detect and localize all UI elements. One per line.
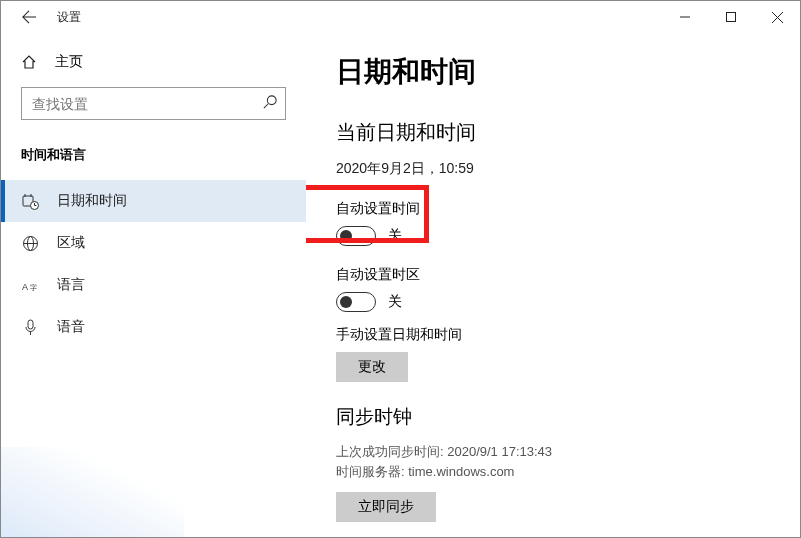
sidebar-group-title: 时间和语言 (1, 136, 306, 180)
page-title: 日期和时间 (336, 53, 770, 91)
change-button[interactable]: 更改 (336, 352, 408, 382)
minimize-button[interactable] (662, 1, 708, 33)
svg-rect-1 (727, 13, 736, 22)
sync-now-button[interactable]: 立即同步 (336, 492, 436, 522)
back-button[interactable] (13, 1, 45, 33)
window-title: 设置 (57, 9, 81, 26)
home-label: 主页 (55, 53, 83, 71)
sidebar-item-label: 语言 (57, 276, 85, 294)
language-icon: A字 (21, 276, 39, 294)
svg-rect-17 (28, 320, 33, 329)
sidebar-item-language[interactable]: A字 语言 (1, 264, 306, 306)
sync-clock-heading: 同步时钟 (336, 404, 770, 430)
titlebar: 设置 (1, 1, 800, 33)
svg-text:字: 字 (30, 284, 37, 291)
close-button[interactable] (754, 1, 800, 33)
svg-line-5 (264, 104, 268, 108)
auto-time-setting: 自动设置时间 关 (336, 196, 770, 252)
auto-tz-setting: 自动设置时区 关 (336, 266, 770, 312)
search-icon (263, 95, 277, 112)
auto-tz-toggle[interactable] (336, 292, 376, 312)
auto-time-label: 自动设置时间 (336, 200, 766, 218)
sidebar-item-speech[interactable]: 语音 (1, 306, 306, 348)
main-content: 日期和时间 当前日期和时间 2020年9月2日，10:59 自动设置时间 关 自… (306, 33, 800, 537)
microphone-icon (21, 318, 39, 336)
globe-icon (21, 234, 39, 252)
window-controls (662, 1, 800, 33)
search-input-wrap[interactable] (21, 87, 286, 120)
home-link[interactable]: 主页 (1, 43, 306, 81)
auto-time-state: 关 (388, 227, 402, 245)
sync-info: 上次成功同步时间: 2020/9/1 17:13:43 时间服务器: time.… (336, 442, 770, 482)
search-input[interactable] (30, 95, 263, 113)
auto-time-toggle[interactable] (336, 226, 376, 246)
sidebar: 主页 时间和语言 日期和时间 区域 A字 语言 (1, 33, 306, 537)
current-datetime-label: 当前日期和时间 (336, 119, 770, 146)
manual-label: 手动设置日期和时间 (336, 326, 770, 344)
sidebar-item-datetime[interactable]: 日期和时间 (1, 180, 306, 222)
maximize-button[interactable] (708, 1, 754, 33)
datetime-icon (21, 192, 39, 210)
sidebar-item-label: 区域 (57, 234, 85, 252)
sidebar-item-label: 日期和时间 (57, 192, 127, 210)
svg-text:A: A (22, 282, 28, 292)
sidebar-item-region[interactable]: 区域 (1, 222, 306, 264)
manual-datetime-setting: 手动设置日期和时间 更改 (336, 326, 770, 382)
auto-tz-label: 自动设置时区 (336, 266, 770, 284)
current-datetime-value: 2020年9月2日，10:59 (336, 160, 770, 178)
sync-server-label: 时间服务器: (336, 464, 405, 479)
auto-tz-state: 关 (388, 293, 402, 311)
sync-last-value: 2020/9/1 17:13:43 (447, 444, 552, 459)
sync-server-value: time.windows.com (408, 464, 514, 479)
sidebar-accent-glow (1, 447, 184, 537)
sync-last-label: 上次成功同步时间: (336, 444, 444, 459)
sidebar-item-label: 语音 (57, 318, 85, 336)
svg-point-4 (267, 96, 276, 105)
home-icon (21, 54, 37, 70)
